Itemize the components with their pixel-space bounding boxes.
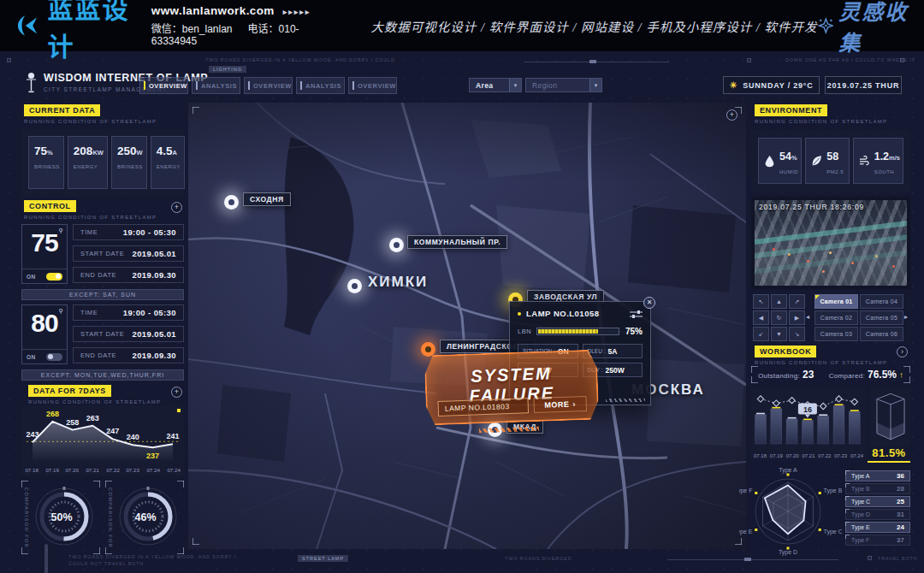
sliders-icon[interactable]: [630, 310, 643, 318]
lbn-bar-fill: [538, 329, 598, 334]
workbook-bar-chart: 16: [753, 391, 864, 447]
camera-list-next-icon[interactable]: ▸: [904, 313, 908, 321]
map-pin-kommunalny[interactable]: [389, 238, 404, 252]
decor-text: TWO ROADS DIVERGED IN A YELLOW WOOD, AND…: [205, 57, 395, 62]
pan-up-left-button[interactable]: ↖: [753, 294, 769, 309]
reset-view-button[interactable]: ↻: [771, 310, 787, 325]
map-zoom-plus-button[interactable]: +: [726, 109, 737, 121]
pan-down-left-button[interactable]: ↙: [753, 327, 769, 341]
workbook-tag: WORKBOOK: [755, 346, 816, 357]
pan-left-button[interactable]: ◀: [753, 310, 769, 325]
start-date-row-1[interactable]: START DATE2019.05.01: [73, 245, 184, 262]
decor-chip: STREET LAMP: [298, 555, 348, 562]
decor-text: TWO ROADS DIVERGED IN A YELLOW WOOD, AND…: [68, 554, 236, 559]
city-map[interactable]: + СХОДНЯ КОММУНАЛЬНЫЙ ПР. ХИМКИ ЗАВОДСКА…: [188, 103, 746, 549]
pan-right-button[interactable]: ▶: [789, 310, 805, 325]
map-roads-layer: [188, 103, 746, 549]
legend-type-b[interactable]: Type B28: [845, 483, 910, 494]
collection-brand[interactable]: 灵感收集: [818, 0, 911, 56]
lbn-value: 75%: [625, 327, 643, 336]
time-row-2[interactable]: TIME19:00 - 05:30: [73, 304, 184, 321]
legend-type-d[interactable]: Type D31: [845, 509, 910, 520]
svg-text:247: 247: [106, 427, 119, 435]
tab-analysis-1[interactable]: ANALYSIS: [192, 77, 240, 94]
svg-text:258: 258: [66, 418, 79, 427]
workbook-more-button[interactable]: ›: [897, 346, 908, 357]
map-label-kommunalny: КОММУНАЛЬНЫЙ ПР.: [407, 235, 507, 249]
chevron-down-icon: ▼: [589, 79, 601, 92]
time-row-1[interactable]: TIME19:00 - 05:30: [73, 224, 184, 240]
decor-square: [868, 556, 872, 560]
x-tick: 07.21: [86, 467, 98, 473]
workbook-total-pct: 81.5%: [868, 446, 910, 463]
stat-briness-pct: 75%BRINESS: [28, 136, 64, 189]
pan-up-button[interactable]: ▲: [771, 294, 787, 309]
type-radar-chart: Type AType BType CType DType EType F: [739, 465, 842, 559]
map-pin-leningradskoe[interactable]: [421, 342, 435, 357]
area-select[interactable]: Area ▼: [469, 78, 522, 92]
more-button[interactable]: MORE›: [533, 396, 587, 413]
control-add-button[interactable]: +: [171, 202, 182, 213]
current-data-cards: 75%BRINESS 208KWENERGY 250WBRINESS 4.5AE…: [21, 128, 184, 197]
sun-icon: ☀: [729, 80, 737, 90]
end-date-row-2[interactable]: END DATE2019.09.30: [73, 347, 184, 363]
camera-02-button[interactable]: Camera 02: [814, 310, 858, 325]
popup-close-icon[interactable]: ✕: [643, 297, 655, 309]
legend-type-e[interactable]: Type E24: [845, 522, 910, 533]
power-toggle-2[interactable]: [46, 353, 62, 361]
svg-text:Type D: Type D: [779, 549, 797, 556]
legend-type-c[interactable]: Type C25: [845, 496, 910, 507]
tab-overview-3[interactable]: OVERVIEW: [348, 77, 397, 94]
camera-list-prev-icon[interactable]: ◂: [806, 313, 809, 321]
pan-down-right-button[interactable]: ↘: [789, 327, 805, 341]
chevron-down-icon: ▼: [509, 79, 521, 92]
svg-text:Type F: Type F: [739, 487, 752, 494]
legend-type-a[interactable]: Type A36: [845, 470, 910, 481]
week-chart-add-button[interactable]: +: [171, 387, 182, 398]
brand-block: 蓝蓝设计: [15, 0, 133, 63]
weather-text: SUNNDAY / 29°C: [743, 81, 813, 90]
droplet-icon: [764, 155, 775, 168]
camera-01-button[interactable]: Camera 01: [814, 294, 858, 309]
weather-box: ☀ SUNNDAY / 29°C: [723, 76, 820, 94]
decor-chip: LIGHTING: [209, 66, 246, 73]
map-pin-khimki[interactable]: [347, 279, 362, 293]
camera-04-button[interactable]: Camera 04: [860, 294, 903, 309]
x-tick: 07.20: [786, 453, 799, 458]
svg-text:Type A: Type A: [779, 467, 797, 474]
environment-cards: 54%HUMID 58PM2.5 1.2m/sSOUTH: [751, 130, 910, 192]
svg-text:243: 243: [26, 430, 38, 439]
gauge-label: COMPARISON FOR: [24, 487, 29, 548]
decor-text: DOWN ONE AS FAR AS I COULD TO WHERE IT: [785, 57, 915, 62]
tab-overview-2[interactable]: OVERVIEW: [244, 77, 293, 94]
top-banner: 蓝蓝设计 www.lanlanwork.com▸▸▸▸▸ 微信：ben_lanl…: [0, 0, 924, 51]
gauge-value: 50%: [50, 511, 72, 523]
decor-text: COULD NOT TRAVEL BOTH.: [68, 561, 145, 566]
camera-panel: 2019.07.25 THUR 18:26:09: [751, 197, 910, 289]
camera-06-button[interactable]: Camera 06: [860, 327, 903, 341]
start-date-row-2[interactable]: START DATE2019.05.01: [73, 326, 184, 342]
power-toggle-1[interactable]: [46, 273, 62, 281]
svg-text:16: 16: [803, 405, 812, 414]
end-date-row-1[interactable]: END DATE2019.09.30: [73, 267, 184, 283]
except-bar-2: EXCEPT: MON,TUE,WED,THUR,FRI: [21, 369, 184, 381]
camera-03-button[interactable]: Camera 03: [814, 327, 858, 341]
tab-analysis-2[interactable]: ANALYSIS: [296, 77, 345, 94]
legend-type-f[interactable]: Type F37: [845, 535, 910, 546]
pan-up-right-button[interactable]: ↗: [789, 294, 805, 309]
svg-text:Type C: Type C: [824, 529, 842, 535]
region-select[interactable]: Region ▼: [525, 78, 602, 92]
x-tick: 07.24: [850, 453, 863, 458]
tab-overview-1[interactable]: OVERVIEW: [139, 77, 188, 94]
camera-feed-image: [755, 200, 907, 286]
wechat-text: 微信：ben_lanlan: [151, 23, 233, 35]
traffic-lights-decor: [773, 248, 775, 251]
brand-name: 蓝蓝设计: [47, 0, 132, 63]
camera-05-button[interactable]: Camera 05: [860, 310, 903, 325]
svg-text:Type E: Type E: [739, 529, 753, 535]
website-link[interactable]: www.lanlanwork.com: [151, 4, 275, 17]
pan-down-button[interactable]: ▼: [771, 327, 787, 341]
leaf-icon: [811, 155, 822, 167]
map-pin-skhodnya[interactable]: [224, 195, 239, 210]
environment-tag: ENVIRONMENT: [755, 104, 827, 116]
